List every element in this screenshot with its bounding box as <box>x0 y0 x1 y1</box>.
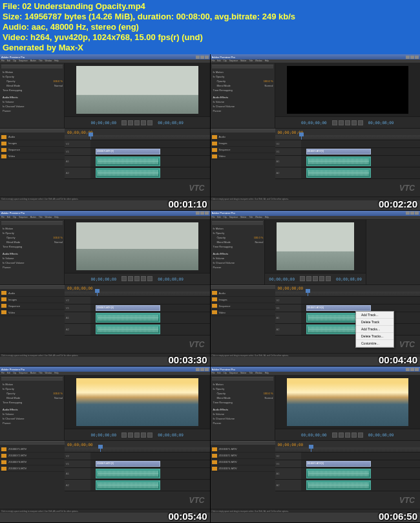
opacity-value[interactable]: Opacity100.0 % <box>212 79 273 83</box>
timeline-timecode[interactable]: 00;00;00;00 <box>278 442 304 447</box>
menu-item-window[interactable]: Window <box>45 59 52 63</box>
video-thumbnail[interactable]: Adobe Premiere Pro FileEditClipSequenceM… <box>211 367 421 522</box>
effect-motion[interactable]: fx Motion <box>212 382 273 387</box>
effect-panner[interactable]: Panner <box>1 421 63 425</box>
project-item[interactable]: Sequence <box>211 147 275 153</box>
video-track-2[interactable]: V2 <box>275 453 421 460</box>
current-timecode[interactable]: 00;00;00;00 <box>91 120 117 125</box>
maximize-button[interactable] <box>200 211 204 215</box>
audio-track-2[interactable]: A2 <box>65 324 210 336</box>
next-frame-button[interactable] <box>134 276 140 281</box>
video-track-1[interactable]: V1 Z0100071.MOV [V] <box>65 304 210 312</box>
maximize-button[interactable] <box>410 368 414 371</box>
track-header-a1[interactable]: A1 <box>65 156 90 167</box>
project-item[interactable]: Images <box>211 140 275 147</box>
audio-clip[interactable] <box>306 480 371 490</box>
menu-item-help[interactable]: Help <box>265 59 269 63</box>
effects-panel[interactable]: fx Motion fx Opacity Opacity100.0 % Blen… <box>0 220 65 284</box>
close-button[interactable] <box>415 211 419 215</box>
track-header-a1[interactable]: A1 <box>275 156 301 167</box>
opacity-value[interactable]: Opacity100.0 % <box>212 235 264 240</box>
timeline-panel[interactable]: 00;00;00;00 V2 V1 Z0100071.MOV [V] A1 <box>65 441 210 509</box>
timeline-panel[interactable]: 00;00;00;00 V2 V1 Z0100071.MOV [V] A1 <box>275 441 421 509</box>
effect-opacity[interactable]: fx Opacity <box>1 74 63 79</box>
menu-item-edit[interactable]: Edit <box>217 216 220 219</box>
video-thumbnail[interactable]: Adobe Premiere Pro FileEditClipSequenceM… <box>0 211 210 367</box>
project-panel[interactable]: AudioImagesSequenceVideo <box>211 129 275 197</box>
menu-item-marker[interactable]: Marker <box>30 372 36 375</box>
project-panel[interactable]: AudioImagesSequenceVideo <box>211 285 275 353</box>
track-content[interactable] <box>90 167 210 178</box>
effects-panel[interactable]: fx Motion fx Opacity Opacity100.0 % Blen… <box>0 63 65 128</box>
effect-opacity[interactable]: fx Opacity <box>1 387 63 391</box>
track-header-v2[interactable]: V2 <box>275 297 301 304</box>
effect-time-remap[interactable]: Time Remapping <box>1 244 63 249</box>
audio-clip[interactable] <box>96 156 160 166</box>
opacity-value[interactable]: Opacity100.0 % <box>212 391 273 396</box>
audio-track-1[interactable]: A1 <box>275 312 421 324</box>
effect-channel-volume[interactable]: fx Channel Volume <box>212 416 273 421</box>
track-content[interactable] <box>301 156 421 167</box>
play-button[interactable] <box>128 432 133 438</box>
project-item[interactable]: Z0100071.MOV <box>0 446 65 453</box>
effects-tab[interactable] <box>1 221 63 225</box>
audio-clip[interactable] <box>306 156 371 166</box>
menu-item-marker[interactable]: Marker <box>30 59 36 63</box>
prev-frame-button[interactable] <box>121 276 127 281</box>
track-content[interactable] <box>90 156 210 167</box>
track-header-a2[interactable]: A2 <box>65 167 90 178</box>
mark-in-button[interactable] <box>319 276 324 281</box>
effect-motion[interactable]: fx Motion <box>1 70 63 74</box>
track-header-a1[interactable]: A1 <box>65 468 90 479</box>
mark-in-button[interactable] <box>141 120 146 125</box>
video-thumbnail[interactable]: Adobe Premiere Pro FileEditClipSequenceM… <box>0 54 210 210</box>
project-panel[interactable]: AudioImagesSequenceVideo <box>0 129 65 197</box>
play-button[interactable] <box>128 120 133 125</box>
minimize-button[interactable] <box>406 56 410 59</box>
context-menu-item[interactable]: Customize... <box>356 340 394 347</box>
menu-item-sequence[interactable]: Sequence <box>19 216 28 219</box>
minimize-button[interactable] <box>196 368 200 371</box>
timeline-timecode[interactable]: 00;00;00;00 <box>278 286 304 290</box>
project-tab[interactable] <box>211 285 275 289</box>
project-item[interactable]: Images <box>0 140 65 147</box>
track-content[interactable] <box>90 312 210 323</box>
project-item[interactable]: Video <box>211 153 275 160</box>
effect-volume[interactable]: fx Volume <box>1 256 63 261</box>
effects-tab[interactable] <box>1 377 63 381</box>
effects-tab[interactable] <box>212 221 264 225</box>
project-item[interactable]: Z0100074.MOV <box>211 465 275 472</box>
effect-channel-volume[interactable]: fx Channel Volume <box>1 416 63 421</box>
effect-opacity[interactable]: fx Opacity <box>212 387 273 391</box>
effect-volume[interactable]: fx Volume <box>212 100 273 104</box>
track-header-v1[interactable]: V1 <box>275 460 301 467</box>
audio-clip[interactable] <box>96 325 160 334</box>
menu-item-title[interactable]: Title <box>249 216 253 219</box>
menu-item-help[interactable]: Help <box>54 216 58 219</box>
video-track-1[interactable]: V1 Z0100071.MOV [V] <box>275 148 421 156</box>
track-header-v1[interactable]: V1 <box>65 304 90 312</box>
context-menu-item[interactable]: Add Tracks... <box>356 326 394 333</box>
timeline-timecode[interactable]: 00;00;00;00 <box>67 286 93 290</box>
video-track-2[interactable]: V2 <box>65 140 210 148</box>
mark-out-button[interactable] <box>147 120 152 125</box>
effect-volume[interactable]: fx Volume <box>1 412 63 416</box>
track-content[interactable] <box>301 468 421 479</box>
prev-frame-button[interactable] <box>332 120 337 125</box>
menu-item-sequence[interactable]: Sequence <box>229 59 238 63</box>
current-timecode[interactable]: 00;00;00;00 <box>301 432 327 437</box>
menu-item-edit[interactable]: Edit <box>7 59 10 63</box>
project-item[interactable]: Video <box>0 310 65 316</box>
menu-item-marker[interactable]: Marker <box>240 216 246 219</box>
maximize-button[interactable] <box>200 56 204 59</box>
minimize-button[interactable] <box>406 211 410 215</box>
menu-item-window[interactable]: Window <box>45 372 52 375</box>
track-content[interactable]: Z0100071.MOV [V] <box>301 460 421 467</box>
effect-channel-volume[interactable]: fx Channel Volume <box>1 261 63 265</box>
blend-mode[interactable]: Blend ModeNormal <box>212 396 273 400</box>
track-header-v2[interactable]: V2 <box>275 140 301 147</box>
prev-frame-button[interactable] <box>121 432 127 438</box>
track-header-v2[interactable]: V2 <box>65 297 90 304</box>
mark-out-button[interactable] <box>326 276 331 281</box>
effect-time-remap[interactable]: Time Remapping <box>1 88 63 92</box>
